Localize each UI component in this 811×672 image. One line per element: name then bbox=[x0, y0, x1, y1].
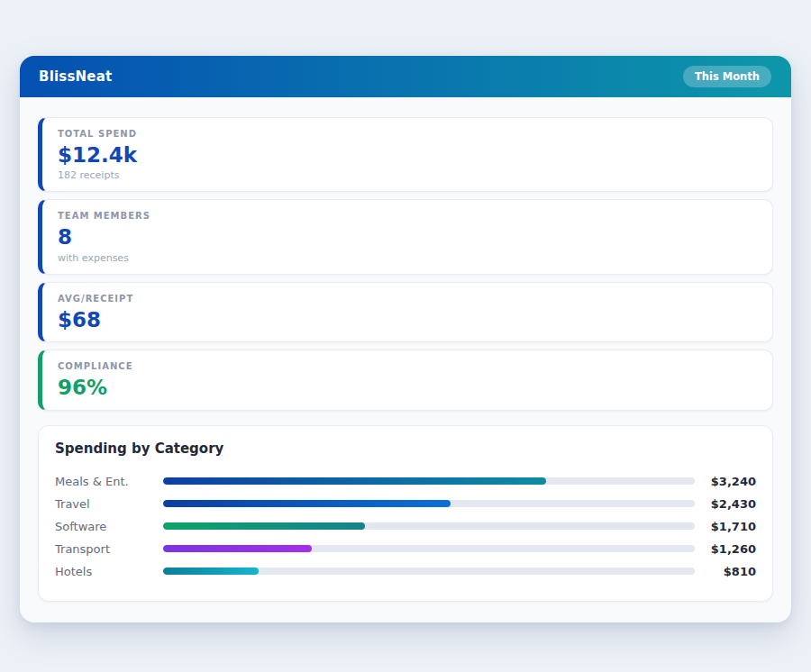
stat-card-avg-receipt: AVG/RECEIPT $68 bbox=[38, 282, 773, 342]
stat-value: $12.4k bbox=[58, 143, 757, 167]
stat-subtext: 182 receipts bbox=[58, 169, 757, 181]
category-value: $810 bbox=[695, 565, 756, 578]
bar-fill bbox=[163, 545, 312, 552]
category-value: $1,260 bbox=[695, 542, 756, 556]
period-badge[interactable]: This Month bbox=[683, 66, 771, 87]
bar-fill bbox=[163, 477, 546, 485]
bar-track bbox=[163, 522, 695, 530]
category-value: $2,430 bbox=[695, 497, 756, 511]
stat-value: 96% bbox=[58, 376, 757, 399]
app-header: BlissNeat This Month bbox=[20, 56, 791, 97]
dashboard-panel: BlissNeat This Month TOTAL SPEND $12.4k … bbox=[20, 56, 791, 622]
stat-card-compliance: COMPLIANCE 96% bbox=[38, 350, 773, 410]
stat-value: 8 bbox=[58, 225, 757, 249]
bar-fill bbox=[163, 522, 365, 530]
chart-row-travel: Travel $2,430 bbox=[55, 493, 756, 515]
bar-track bbox=[163, 500, 695, 507]
chart-row-hotels: Hotels $810 bbox=[55, 560, 756, 583]
category-value: $3,240 bbox=[695, 475, 756, 488]
stat-label: AVG/RECEIPT bbox=[58, 294, 757, 304]
stat-label: TOTAL SPEND bbox=[58, 129, 757, 139]
category-label: Hotels bbox=[55, 565, 163, 578]
bar-track bbox=[163, 568, 695, 575]
stat-card-total-spend: TOTAL SPEND $12.4k 182 receipts bbox=[38, 117, 773, 192]
stat-label: TEAM MEMBERS bbox=[58, 211, 757, 221]
bar-track bbox=[163, 477, 695, 485]
bar-fill bbox=[163, 568, 259, 575]
stat-subtext: with expenses bbox=[58, 252, 757, 264]
chart-row-transport: Transport $1,260 bbox=[55, 538, 756, 560]
category-value: $1,710 bbox=[695, 520, 756, 533]
category-label: Travel bbox=[55, 497, 163, 511]
app-title: BlissNeat bbox=[39, 68, 112, 85]
stat-label: COMPLIANCE bbox=[58, 361, 757, 371]
chart-row-meals: Meals & Ent. $3,240 bbox=[55, 470, 756, 493]
chart-title: Spending by Category bbox=[55, 440, 756, 457]
category-label: Transport bbox=[55, 542, 163, 556]
bar-fill bbox=[163, 500, 451, 507]
spending-by-category-card: Spending by Category Meals & Ent. $3,240… bbox=[38, 425, 773, 602]
category-label: Software bbox=[55, 520, 163, 533]
bar-track bbox=[163, 545, 695, 552]
dashboard-content: TOTAL SPEND $12.4k 182 receipts TEAM MEM… bbox=[20, 97, 791, 622]
stat-card-team-members: TEAM MEMBERS 8 with expenses bbox=[38, 199, 773, 274]
category-label: Meals & Ent. bbox=[55, 475, 163, 488]
stat-value: $68 bbox=[58, 308, 757, 331]
chart-row-software: Software $1,710 bbox=[55, 515, 756, 538]
